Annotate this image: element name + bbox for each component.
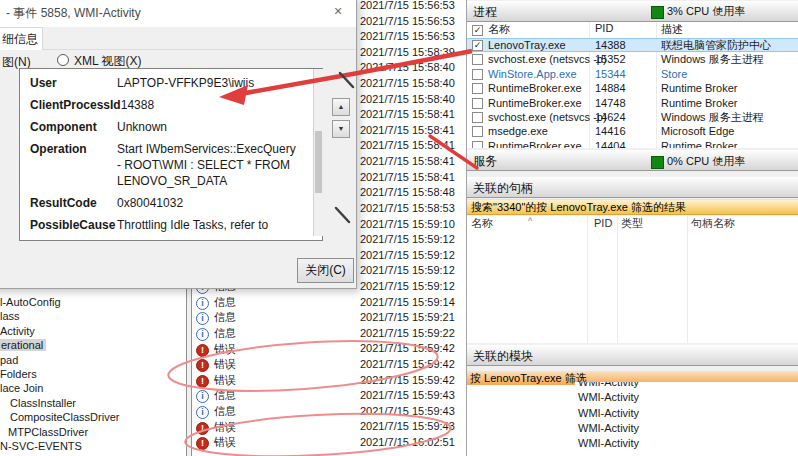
event-row-timestamp[interactable]: 2021/7/15 15:58:53: [356, 201, 466, 217]
event-row-timestamp[interactable]: 2021/7/15 15:58:40: [356, 60, 466, 76]
next-event-button[interactable]: ▼: [332, 120, 350, 138]
process-row[interactable]: svchost.exe (netsvcs -p) 14624 Windows 服…: [467, 110, 798, 124]
tree-item[interactable]: Folders: [0, 367, 186, 381]
tree-item-label: CompositeClassDriver: [10, 411, 119, 423]
event-row-timestamp[interactable]: 2021/7/15 15:56:53: [356, 0, 466, 14]
event-row-level[interactable]: 错误: [192, 435, 354, 451]
event-row-timestamp[interactable]: 2021/7/15 15:59:10: [356, 217, 466, 233]
services-section-header[interactable]: 服务: [467, 150, 798, 171]
event-row-timestamp[interactable]: 2021/7/15 15:58:41: [356, 138, 466, 154]
column-header-pid[interactable]: PID: [595, 22, 613, 34]
event-row-timestamp[interactable]: 2021/7/15 15:58:39: [356, 45, 466, 61]
event-row-timestamp[interactable]: 2021/7/15 15:59:12: [356, 263, 466, 279]
event-row-timestamp[interactable]: 2021/7/15 15:59:12: [356, 232, 466, 248]
process-row[interactable]: LenovoTray.exe 14388 联想电脑管家防护中心: [467, 38, 798, 52]
event-row-level[interactable]: 信息: [192, 310, 354, 326]
process-checkbox[interactable]: [472, 98, 483, 109]
event-row-timestamp[interactable]: 2021/7/15 15:58:41: [356, 154, 466, 170]
process-checkbox[interactable]: [472, 40, 483, 51]
process-checkbox[interactable]: [472, 83, 483, 94]
process-row[interactable]: RuntimeBroker.exe 14748 Runtime Broker: [467, 96, 798, 110]
event-row-timestamp[interactable]: 2021/7/15 15:59:42: [356, 341, 466, 357]
event-row-source[interactable]: WMI-Activity: [575, 390, 798, 405]
event-row-timestamp[interactable]: 2021/7/15 15:59:21: [356, 310, 466, 326]
handles-column-pid[interactable]: PID: [594, 216, 612, 231]
process-checkbox[interactable]: [472, 54, 483, 65]
process-checkbox[interactable]: [472, 126, 483, 137]
event-level-icon: [196, 406, 209, 419]
tree-item[interactable]: lass: [0, 309, 186, 323]
event-row-level[interactable]: 信息: [192, 326, 354, 342]
process-row[interactable]: RuntimeBroker.exe 14404 Runtime Broker: [467, 139, 798, 148]
handles-column-name[interactable]: 名称: [471, 216, 493, 231]
event-row-level[interactable]: 信息: [192, 295, 354, 311]
select-all-checkbox checked[interactable]: ✓: [472, 25, 483, 36]
tree-item[interactable]: CompositeClassDriver: [0, 410, 186, 424]
dialog-titlebar[interactable]: - 事件 5858, WMI-Activity ×: [0, 0, 356, 27]
event-row-source[interactable]: WMI-Activity: [575, 382, 798, 390]
event-row-timestamp[interactable]: 2021/7/15 15:56:53: [356, 29, 466, 45]
event-row-level[interactable]: 错误: [192, 342, 354, 358]
tree-item[interactable]: lace Join: [0, 381, 186, 395]
event-row-source[interactable]: WMI-Activity: [575, 406, 798, 421]
tree-item-label: lace Join: [0, 382, 43, 394]
handles-section-header[interactable]: 关联的句柄: [467, 177, 798, 198]
previous-event-button[interactable]: ▲: [332, 98, 350, 116]
field-value: Throttling Idle Tasks, refer to: [117, 217, 308, 233]
tree-item[interactable]: N-SVC-EVENTS: [0, 439, 186, 453]
event-row-timestamp[interactable]: 2021/7/15 15:59:42: [356, 357, 466, 373]
close-icon[interactable]: ×: [330, 3, 346, 19]
column-header-description[interactable]: 描述: [661, 22, 683, 37]
event-row-source[interactable]: WMI-Activity: [575, 421, 798, 436]
event-row-timestamp[interactable]: 2021/7/15 15:58:41: [356, 107, 466, 123]
event-row-level[interactable]: 错误: [192, 420, 354, 436]
processes-section-title: 进程: [473, 5, 497, 19]
event-row-timestamp[interactable]: 2021/7/15 15:59:43: [356, 419, 466, 435]
handles-column-type[interactable]: 类型: [621, 216, 643, 231]
event-row-level[interactable]: 错误: [192, 357, 354, 373]
event-row-timestamp[interactable]: 2021/7/15 15:56:53: [356, 14, 466, 30]
event-row-level[interactable]: 错误: [192, 373, 354, 389]
process-checkbox[interactable]: [472, 141, 483, 148]
event-row-timestamp[interactable]: 2021/7/15 16:02:51: [356, 435, 466, 451]
event-row-timestamp[interactable]: 2021/7/15 15:59:43: [356, 388, 466, 404]
event-timestamp-column: 2021/7/15 15:56:532021/7/15 15:56:532021…: [356, 0, 466, 451]
tree-item[interactable]: pad: [0, 353, 186, 367]
tree-item[interactable]: ClassInstaller: [0, 396, 186, 410]
processes-section-header[interactable]: 进程: [467, 1, 798, 22]
tree-item[interactable]: l-AutoConfig: [0, 295, 186, 309]
event-row-timestamp[interactable]: 2021/7/15 15:58:48: [356, 185, 466, 201]
tree-item[interactable]: erational: [0, 338, 186, 352]
event-row-level[interactable]: 信息: [192, 388, 354, 404]
column-header-name[interactable]: 名称: [488, 22, 510, 37]
event-row-timestamp[interactable]: 2021/7/15 15:59:14: [356, 295, 466, 311]
event-row-timestamp[interactable]: 2021/7/15 15:59:22: [356, 326, 466, 342]
handles-column-handle-name[interactable]: 句柄名称: [691, 216, 735, 231]
process-row[interactable]: WinStore.App.exe 15344 Store: [467, 67, 798, 81]
scrollbar-thumb[interactable]: [315, 131, 322, 193]
event-row-timestamp[interactable]: 2021/7/15 15:58:41: [356, 170, 466, 186]
event-row-timestamp[interactable]: 2021/7/15 15:58:41: [356, 123, 466, 139]
event-row-level[interactable]: 信息: [192, 404, 354, 420]
process-row[interactable]: msedge.exe 14416 Microsoft Edge: [467, 124, 798, 138]
process-checkbox[interactable]: [472, 69, 483, 80]
event-row-timestamp[interactable]: 2021/7/15 15:59:42: [356, 373, 466, 389]
tree-item-label: N-SVC-EVENTS: [0, 440, 82, 452]
tab-details[interactable]: 细信息: [0, 27, 43, 50]
process-checkbox[interactable]: [472, 112, 483, 123]
modules-section-header[interactable]: 关联的模块: [467, 345, 798, 366]
sort-descending-icon: ˇ: [619, 22, 622, 28]
tree-item[interactable]: Activity: [0, 324, 186, 338]
event-row-timestamp[interactable]: 2021/7/15 15:58:40: [356, 76, 466, 92]
event-row-source[interactable]: WMI-Activity: [575, 436, 798, 451]
event-row-timestamp[interactable]: 2021/7/15 15:59:12: [356, 279, 466, 295]
event-row-timestamp[interactable]: 2021/7/15 15:59:43: [356, 404, 466, 420]
field-value: LAPTOP-VFFKP9E3\iwjis: [117, 75, 308, 91]
event-row-timestamp[interactable]: 2021/7/15 15:59:12: [356, 248, 466, 264]
process-row[interactable]: RuntimeBroker.exe 14884 Runtime Broker: [467, 81, 798, 95]
tree-item[interactable]: MTPClassDriver: [0, 425, 186, 439]
detail-box-scrollbar[interactable]: [313, 69, 323, 236]
close-button[interactable]: 关闭(C): [297, 258, 354, 283]
process-row[interactable]: svchost.exe (netsvcs -p) 15352 Windows 服…: [467, 52, 798, 66]
event-row-timestamp[interactable]: 2021/7/15 15:58:40: [356, 92, 466, 108]
